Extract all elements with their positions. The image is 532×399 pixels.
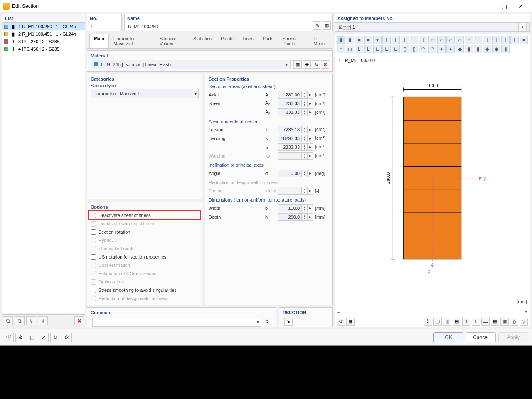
name-library-icon[interactable]: ▥ bbox=[323, 21, 331, 30]
tab-points[interactable]: Points bbox=[216, 34, 238, 48]
pv-tool-4[interactable]: ▢ bbox=[433, 318, 442, 326]
spinner-icon[interactable]: ▴▾ bbox=[302, 108, 308, 116]
shape-button[interactable]: ⌐ bbox=[428, 36, 436, 44]
spinner-icon[interactable]: ▴▾ bbox=[302, 126, 308, 133]
tab-parametric-massive-i[interactable]: Parametric - Massive I bbox=[109, 34, 155, 48]
shape-button[interactable]: ⌐ bbox=[465, 36, 473, 44]
tab-main[interactable]: Main bbox=[89, 34, 109, 48]
shape-button[interactable]: ● bbox=[520, 36, 528, 44]
assigned-pick-icon[interactable]: ⌖ bbox=[518, 23, 527, 31]
footer-tool-4[interactable]: ⤢ bbox=[39, 333, 49, 342]
prop-value[interactable]: 280.00 bbox=[278, 91, 302, 99]
pv-tool-12[interactable]: ⎙ bbox=[510, 318, 518, 326]
prop-value[interactable]: 233.33 bbox=[278, 108, 302, 116]
ok-button[interactable]: OK bbox=[433, 332, 463, 342]
prop-value[interactable]: 0.00 bbox=[278, 170, 302, 177]
pv-tool-11[interactable]: ▥ bbox=[500, 318, 509, 326]
list-item[interactable]: ▮ 2 R_M1 100/451 | 1 - GL24h bbox=[2, 30, 85, 38]
shape-button[interactable]: I bbox=[501, 36, 510, 44]
shape-button[interactable]: ⊔ bbox=[392, 45, 400, 53]
footer-tool-6[interactable]: fx bbox=[62, 333, 72, 342]
shape-button[interactable]: ◆ bbox=[483, 45, 491, 53]
shape-button[interactable]: ⌐ bbox=[456, 36, 464, 44]
shape-button[interactable]: ▯ bbox=[401, 45, 409, 53]
pv-tool-5[interactable]: ▥ bbox=[443, 318, 451, 326]
shape-button[interactable]: ▮ bbox=[465, 45, 473, 53]
shape-button[interactable]: ● bbox=[446, 45, 455, 53]
option-us-notation-for-section-properties[interactable]: US notation for section properties bbox=[91, 253, 199, 261]
footer-tool-1[interactable]: ⓘ bbox=[4, 333, 14, 342]
tab-section-values[interactable]: Section Values bbox=[155, 34, 189, 48]
pv-tool-1[interactable]: ⟳ bbox=[337, 318, 345, 326]
shape-button[interactable]: I bbox=[510, 36, 519, 44]
shape-button[interactable]: ■ bbox=[355, 36, 363, 44]
spinner-icon[interactable]: ▴▾ bbox=[302, 143, 308, 151]
shape-button[interactable]: ⌐ bbox=[437, 36, 446, 44]
list-tool-4[interactable]: ↯ bbox=[38, 316, 48, 325]
prop-value[interactable]: 280.0 bbox=[278, 213, 302, 221]
footer-tool-2[interactable]: ⚙ bbox=[15, 333, 25, 342]
pv-tool-8[interactable]: I bbox=[472, 318, 480, 326]
prop-value[interactable]: 100.0 bbox=[278, 204, 302, 212]
no-input[interactable] bbox=[87, 22, 121, 31]
cancel-button[interactable]: Cancel bbox=[466, 332, 496, 342]
list-tool-2[interactable]: ⧉ bbox=[15, 316, 25, 325]
shape-button[interactable]: ▮ bbox=[337, 36, 345, 44]
material-select[interactable]: 1 - GL24h | Isotropic | Linear Elastic ▾ bbox=[91, 60, 291, 69]
shape-button[interactable]: T bbox=[382, 36, 391, 44]
shape-button[interactable]: ▯ bbox=[410, 45, 418, 53]
shape-button[interactable]: ■ bbox=[364, 36, 372, 44]
shape-button[interactable]: ⌐ bbox=[446, 36, 455, 44]
option-deactivate-shear-stiffness[interactable]: Deactivate shear stiffness bbox=[91, 211, 151, 219]
spinner-icon[interactable]: ▴▾ bbox=[302, 91, 308, 99]
sectiontype-select[interactable]: Parametric - Massive I ▾ bbox=[91, 89, 199, 98]
spinner-icon[interactable]: ▴▾ bbox=[302, 100, 308, 107]
tab-stress-points[interactable]: Stress Points bbox=[278, 34, 309, 48]
tab-lines[interactable]: Lines bbox=[238, 34, 258, 48]
shape-button[interactable]: ◻ bbox=[346, 45, 354, 53]
pv-tool-6[interactable]: ▤ bbox=[453, 318, 461, 326]
assigned-checkbox-icon[interactable]: ☑▢▢ bbox=[338, 25, 351, 30]
shape-button[interactable]: ◠ bbox=[419, 45, 427, 53]
pv-tool-7[interactable]: I bbox=[462, 318, 470, 326]
shape-button[interactable]: T bbox=[474, 36, 482, 44]
arrow-icon[interactable]: ▸ bbox=[308, 135, 313, 142]
list-item[interactable]: I 3 IPE 270 | 2 - S235 bbox=[2, 38, 85, 45]
comment-input[interactable]: ▾ bbox=[92, 318, 261, 327]
maximize-button[interactable]: ▢ bbox=[496, 0, 512, 12]
material-edit-icon[interactable]: ✎ bbox=[312, 60, 320, 69]
arrow-icon[interactable]: ▸ bbox=[308, 204, 313, 212]
spinner-icon[interactable]: ▴▾ bbox=[302, 204, 308, 212]
list-item[interactable]: I 4 IPE 450 | 2 - S235 bbox=[2, 45, 85, 53]
shape-button[interactable]: ○ bbox=[337, 45, 345, 53]
prop-value[interactable]: 18293.33 bbox=[278, 135, 302, 142]
pv-tool-3[interactable]: ⠿ bbox=[424, 318, 432, 326]
arrow-icon[interactable]: ▸ bbox=[308, 108, 313, 116]
shape-button[interactable]: I bbox=[483, 36, 491, 44]
shape-button[interactable]: T bbox=[410, 36, 418, 44]
pv-tool-10[interactable]: ▦ bbox=[491, 318, 499, 326]
shape-button[interactable]: ⊔ bbox=[382, 45, 391, 53]
comment-apply-icon[interactable]: ⎘ bbox=[263, 318, 271, 326]
section-list[interactable]: ▮ 1 R_M1 100/280 | 1 - GL24h ▮ 2 R_M1 10… bbox=[2, 22, 85, 313]
arrow-icon[interactable]: ▸ bbox=[308, 213, 313, 221]
tab-parts[interactable]: Parts bbox=[258, 34, 278, 48]
shape-button[interactable]: L bbox=[355, 45, 363, 53]
prop-value[interactable]: 2333.33 bbox=[278, 143, 302, 151]
shape-button[interactable]: ▮ bbox=[474, 45, 482, 53]
shape-button[interactable]: ▮ bbox=[346, 36, 354, 44]
shape-button[interactable]: T bbox=[419, 36, 427, 44]
minimize-button[interactable]: — bbox=[479, 0, 496, 12]
option-stress-smoothing-to-avoid-singularities[interactable]: Stress smoothing to avoid singularities bbox=[91, 286, 199, 294]
list-item[interactable]: ▮ 1 R_M1 100/280 | 1 - GL24h bbox=[2, 23, 85, 30]
material-new-icon[interactable]: ✚ bbox=[303, 60, 311, 69]
shape-button[interactable]: T bbox=[392, 36, 400, 44]
shape-button[interactable]: ⊔ bbox=[373, 45, 382, 53]
material-delete-icon[interactable]: ✖ bbox=[321, 60, 329, 69]
option-section-rotation[interactable]: Section rotation bbox=[91, 228, 199, 236]
arrow-icon[interactable]: ▸ bbox=[308, 170, 313, 177]
prop-value[interactable]: 233.33 bbox=[278, 100, 302, 107]
arrow-icon[interactable]: ▸ bbox=[308, 126, 313, 133]
footer-tool-3[interactable]: ▢ bbox=[27, 333, 37, 342]
close-button[interactable]: ✕ bbox=[512, 0, 529, 12]
